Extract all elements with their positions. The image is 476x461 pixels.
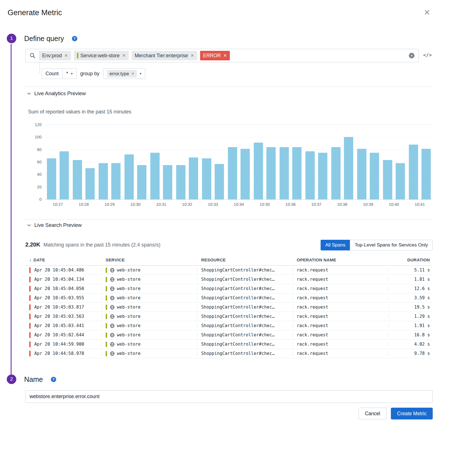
filter-chip-merchant-tier-enterprise[interactable]: Merchant Tier:enterprise✕: [132, 51, 197, 60]
section-title: Live Analytics Preview: [34, 90, 86, 97]
filter-label: ERROR: [203, 53, 221, 59]
duration-cell: 9.78 s: [388, 349, 433, 358]
operation-name: rack.request: [297, 332, 328, 337]
bar-group: 10:28: [71, 125, 97, 199]
metric-name-input[interactable]: [25, 390, 433, 403]
y-axis-label: 60: [37, 160, 42, 164]
group-by-chip[interactable]: error.type ✕: [107, 70, 137, 77]
span-date: Apr 20 10:45:04.486: [34, 268, 84, 273]
aggregation-function-select[interactable]: Count: [42, 69, 62, 79]
operation-cell: rack.request: [293, 303, 388, 312]
filter-chip-error[interactable]: ERROR✕: [200, 51, 230, 60]
column-header-date[interactable]: ↓ DATE: [25, 257, 102, 263]
y-axis-label: 120: [35, 122, 42, 127]
bar-group: 10:30: [123, 125, 148, 199]
date-cell: Apr 20 10:44:58.978: [25, 349, 102, 358]
duration-cell: 1.29 s: [388, 312, 433, 321]
error-status-bar: [29, 351, 31, 357]
table-row[interactable]: Apr 20 10:45:04.050web-storeShoppingCart…: [25, 284, 433, 293]
span-duration: 1.29 s: [414, 314, 430, 319]
divider: [25, 86, 433, 87]
bar-group: 10:31: [148, 125, 174, 199]
chart-bar: [150, 153, 160, 199]
x-axis-label: 10:27: [45, 202, 71, 207]
operation-name: rack.request: [297, 323, 328, 328]
remove-filter-icon[interactable]: ✕: [122, 53, 126, 58]
span-duration: 16.8 s: [414, 332, 430, 337]
date-cell: Apr 20 10:45:02.644: [25, 330, 102, 339]
table-row[interactable]: Apr 20 10:45:03.563web-storeShoppingCart…: [25, 312, 433, 321]
table-row[interactable]: Apr 20 10:44:58.978web-storeShoppingCart…: [25, 349, 433, 358]
create-metric-button[interactable]: Create Metric: [391, 408, 433, 419]
duration-cell: 1.81 s: [388, 275, 433, 284]
group-by-select[interactable]: error.type ✕ ▾: [103, 69, 145, 79]
help-icon[interactable]: ?: [51, 377, 56, 382]
table-row[interactable]: Apr 20 10:44:59.900web-storeShoppingCart…: [25, 340, 433, 349]
live-search-preview-header[interactable]: Live Search Preview: [27, 222, 82, 228]
column-header-service[interactable]: SERVICE: [102, 257, 197, 262]
analytics-bar-chart: 10:2710:2810:2910:3010:3110:3210:3310:34…: [25, 121, 433, 208]
bar-group: 10:34: [226, 125, 252, 199]
table-body: Apr 20 10:45:04.486web-storeShoppingCart…: [25, 266, 433, 358]
page-title: Generate Metric: [8, 8, 62, 17]
remove-filter-icon[interactable]: ✕: [223, 53, 227, 58]
close-icon[interactable]: ✕: [424, 8, 430, 17]
span-date: Apr 20 10:45:02.644: [34, 332, 84, 337]
help-icon[interactable]: ?: [72, 36, 77, 41]
code-editor-toggle-icon[interactable]: </>: [423, 52, 432, 58]
bar-group: 10:40: [381, 125, 407, 199]
operation-name: rack.request: [297, 268, 328, 273]
filter-label: Service:web-store: [80, 53, 120, 59]
chart-bar: [99, 163, 108, 199]
all-spans-toggle[interactable]: All Spans: [321, 240, 350, 250]
chart-bar: [241, 149, 250, 199]
column-header-operation-name[interactable]: OPERATION NAME: [293, 257, 388, 262]
operation-cell: rack.request: [293, 293, 388, 302]
service-cell: web-store: [102, 284, 197, 293]
table-row[interactable]: Apr 20 10:45:04.134web-storeShoppingCart…: [25, 275, 433, 284]
column-header-duration[interactable]: DURATION: [388, 257, 433, 262]
service-cell: web-store: [102, 340, 197, 349]
chart-bar: [124, 154, 134, 199]
table-row[interactable]: Apr 20 10:45:04.486web-storeShoppingCart…: [25, 266, 433, 275]
table-row[interactable]: Apr 20 10:45:02.644web-storeShoppingCart…: [25, 330, 433, 340]
service-cell: web-store: [102, 266, 197, 275]
service-color-bar: [106, 323, 107, 328]
column-header-resource[interactable]: RESOURCE: [197, 257, 293, 262]
operation-cell: rack.request: [293, 275, 388, 284]
error-status-bar: [29, 314, 31, 319]
cancel-button[interactable]: Cancel: [359, 408, 386, 419]
service-name: web-store: [117, 268, 140, 273]
table-row[interactable]: Apr 20 10:45:03.955web-storeShoppingCart…: [25, 293, 433, 303]
globe-icon: [110, 342, 115, 347]
remove-group-by-icon[interactable]: ✕: [131, 72, 134, 76]
clear-query-icon[interactable]: ✕: [409, 53, 414, 58]
remove-filter-icon[interactable]: ✕: [191, 53, 194, 58]
chart-bar: [189, 158, 198, 199]
duration-cell: 5.11 s: [388, 266, 433, 275]
table-row[interactable]: Apr 20 10:45:03.441web-storeShoppingCart…: [25, 321, 433, 330]
remove-filter-icon[interactable]: ✕: [64, 53, 68, 58]
service-color-bar: [106, 314, 107, 319]
service-color-bar: [106, 295, 107, 301]
sort-descending-icon: ↓: [29, 257, 31, 263]
chart-bar: [176, 165, 185, 199]
aggregation-parameter-select[interactable]: * ▾: [62, 69, 76, 79]
aggregation-connector-line: [39, 62, 40, 74]
query-search-bar[interactable]: Env:prod✕Service:web-store✕Merchant Tier…: [25, 49, 419, 62]
top-level-spans-toggle[interactable]: Top-Level Spans for Services Only: [350, 240, 433, 250]
y-axis-label: 80: [37, 147, 42, 152]
live-analytics-preview-header[interactable]: Live Analytics Preview: [27, 90, 86, 97]
group-by-control: error.type ✕ ▾: [103, 68, 146, 79]
resource-cell: ShoppingCartController#chec…: [197, 266, 293, 275]
table-header-row: ↓ DATE SERVICE RESOURCE OPERATION NAME D…: [25, 254, 433, 266]
filter-chip-env-prod[interactable]: Env:prod✕: [39, 51, 71, 60]
duration-cell: 1.91 s: [388, 321, 433, 330]
filter-chip-service-web-store[interactable]: Service:web-store✕: [74, 51, 129, 60]
service-color-bar: [106, 268, 107, 273]
chart-bar: [331, 147, 341, 199]
span-duration: 19.5 s: [414, 305, 430, 310]
generate-metric-dialog: Generate Metric ✕ 1 Define query ? Env:p…: [0, 0, 476, 461]
chart-bar: [318, 153, 327, 199]
table-row[interactable]: Apr 20 10:45:03.817web-storeShoppingCart…: [25, 303, 433, 312]
